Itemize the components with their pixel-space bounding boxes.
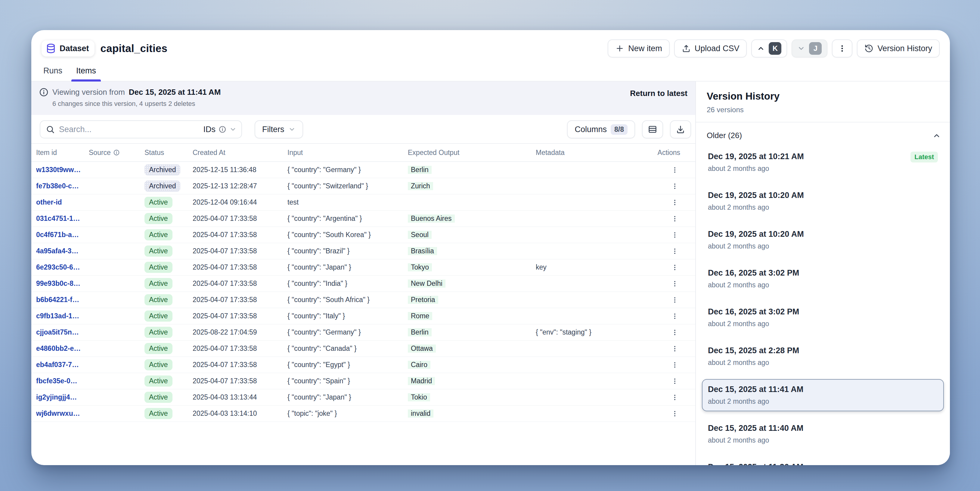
table-row[interactable]: e4860bb2-e4... Active 2025-04-07 17:33:5… (31, 340, 695, 357)
column-header-source: Source (89, 149, 145, 157)
row-actions-button[interactable] (667, 326, 682, 339)
user-k-button[interactable]: K (751, 40, 787, 57)
version-list-item[interactable]: Dec 19, 2025 at 10:21 AM about 2 months … (702, 146, 944, 178)
search-input[interactable] (59, 125, 199, 134)
row-actions-button[interactable] (667, 245, 682, 258)
item-id-link[interactable]: eb4af037-791... (36, 361, 84, 369)
item-id-link[interactable]: 0c4f671b-ac5... (36, 231, 84, 239)
input-cell: { "topic": "joke" } (288, 410, 408, 418)
version-list-item[interactable]: Dec 16, 2025 at 3:02 PM about 2 months a… (702, 263, 944, 295)
row-actions-button[interactable] (667, 375, 682, 388)
table-row[interactable]: c9fb13ad-18ff... Active 2025-04-07 17:33… (31, 308, 695, 324)
tab-items[interactable]: Items (76, 63, 97, 81)
table-row[interactable]: cjjoa5it75n3jr... Active 2025-08-22 17:0… (31, 324, 695, 340)
chevron-up-icon (757, 44, 765, 52)
item-id-link[interactable]: c9fb13ad-18ff... (36, 312, 84, 320)
table-row[interactable]: fbcfe35e-0c8... Active 2025-04-07 17:33:… (31, 373, 695, 389)
item-id-link[interactable]: 4a95afa4-3b... (36, 247, 84, 255)
item-id-link[interactable]: 99e93b0c-88... (36, 280, 84, 288)
ids-dropdown[interactable]: IDs (204, 125, 237, 134)
item-id-link[interactable]: other-id (36, 198, 84, 207)
version-list-item[interactable]: Dec 16, 2025 at 3:02 PM about 2 months a… (702, 302, 944, 334)
status-badge: Active (145, 343, 172, 354)
table-row[interactable]: 6e293c50-6b... Active 2025-04-07 17:33:5… (31, 259, 695, 276)
row-actions-button[interactable] (667, 293, 682, 307)
item-id-link[interactable]: fe7b38e0-ca4... (36, 182, 84, 190)
version-relative-time: about 2 months ago (708, 281, 938, 289)
table-row[interactable]: w1330t9ww1a... Archived 2025-12-15 11:36… (31, 162, 695, 178)
item-id-link[interactable]: cjjoa5it75n3jr... (36, 328, 84, 336)
row-actions-button[interactable] (667, 228, 682, 242)
item-id-link[interactable]: ig2yjingjj4hql... (36, 393, 84, 401)
version-date: Dec 15, 2025 at 11:40 AM (708, 424, 938, 433)
item-id-link[interactable]: b6b64221-f9... (36, 296, 84, 304)
item-id-link[interactable]: e4860bb2-e4... (36, 345, 84, 353)
table-row[interactable]: 0c4f671b-ac5... Active 2025-04-07 17:33:… (31, 227, 695, 243)
version-date: Dec 19, 2025 at 10:21 AM (708, 152, 938, 161)
table-row[interactable]: other-id Active 2025-12-04 09:16:44 test (31, 194, 695, 211)
table-row[interactable]: fe7b38e0-ca4... Archived 2025-12-13 12:2… (31, 178, 695, 194)
row-layout-button[interactable] (642, 120, 663, 138)
row-actions-button[interactable] (667, 358, 682, 372)
created-at-cell: 2025-04-07 17:33:58 (192, 280, 288, 288)
columns-button[interactable]: Columns 8/8 (567, 120, 635, 138)
version-list-item[interactable]: Dec 15, 2025 at 11:40 AM about 2 months … (702, 418, 944, 450)
version-list-item[interactable]: Dec 15, 2025 at 11:36 AM about 2 months … (702, 457, 944, 465)
user-j-button[interactable]: J (792, 40, 827, 57)
item-id-link[interactable]: fbcfe35e-0c8... (36, 377, 84, 385)
item-id-link[interactable]: 6e293c50-6b... (36, 263, 84, 272)
input-cell: { "country": "Egypt" } (288, 361, 408, 369)
version-history-button[interactable]: Version History (857, 40, 940, 57)
table-row[interactable]: 99e93b0c-88... Active 2025-04-07 17:33:5… (31, 276, 695, 292)
row-actions-button[interactable] (667, 164, 682, 176)
return-to-latest-link[interactable]: Return to latest (630, 89, 687, 98)
column-header-status: Status (145, 149, 192, 157)
input-cell: { "country": "Italy" } (288, 312, 408, 320)
version-relative-time: about 2 months ago (708, 203, 938, 211)
row-actions-button[interactable] (667, 277, 682, 290)
created-at-cell: 2025-12-15 11:36:48 (192, 166, 288, 174)
download-button[interactable] (670, 120, 691, 138)
table-row[interactable]: eb4af037-791... Active 2025-04-07 17:33:… (31, 357, 695, 373)
table-row[interactable]: wj6dwrwxu6j... Active 2025-04-03 13:14:1… (31, 405, 695, 422)
row-actions-button[interactable] (667, 212, 682, 225)
row-actions-button[interactable] (667, 261, 682, 274)
row-actions-button[interactable] (667, 391, 682, 404)
tab-runs[interactable]: Runs (43, 63, 63, 81)
created-at-cell: 2025-04-07 17:33:58 (192, 361, 288, 369)
kebab-menu-icon (671, 199, 679, 207)
new-item-button[interactable]: New item (608, 40, 670, 57)
version-list-item[interactable]: Dec 19, 2025 at 10:20 AM about 2 months … (702, 224, 944, 256)
version-list-item[interactable]: Dec 15, 2025 at 2:28 PM about 2 months a… (702, 340, 944, 372)
search-box[interactable]: IDs (40, 120, 242, 138)
upload-csv-button[interactable]: Upload CSV (674, 40, 747, 57)
columns-count-badge: 8/8 (611, 124, 628, 135)
filters-button[interactable]: Filters (255, 120, 303, 138)
item-id-link[interactable]: 031c4751-13... (36, 215, 84, 222)
history-icon (864, 44, 873, 53)
version-list-item[interactable]: Dec 15, 2025 at 11:41 AM about 2 months … (702, 379, 944, 411)
table-row[interactable]: 031c4751-13... Active 2025-04-07 17:33:5… (31, 211, 695, 227)
table-row[interactable]: b6b64221-f9... Active 2025-04-07 17:33:5… (31, 292, 695, 308)
table-row[interactable]: ig2yjingjj4hql... Active 2025-04-03 13:1… (31, 389, 695, 405)
ids-label: IDs (204, 125, 216, 134)
version-relative-time: about 2 months ago (708, 242, 938, 250)
row-actions-button[interactable] (667, 196, 682, 209)
row-actions-button[interactable] (667, 310, 682, 323)
kebab-menu-icon (671, 247, 679, 255)
status-badge: Archived (145, 181, 180, 192)
row-actions-button[interactable] (667, 342, 682, 355)
version-relative-time: about 2 months ago (708, 165, 938, 173)
latest-badge: Latest (910, 152, 938, 162)
item-id-link[interactable]: wj6dwrwxu6j... (36, 410, 84, 418)
item-id-link[interactable]: w1330t9ww1a... (36, 166, 84, 174)
dataset-pill: Dataset (41, 40, 94, 57)
older-group-toggle[interactable]: Older (26) (696, 122, 950, 143)
version-list-item[interactable]: Dec 19, 2025 at 10:20 AM about 2 months … (702, 185, 944, 217)
column-header-input: Input (288, 149, 408, 157)
more-options-button[interactable] (832, 40, 853, 57)
row-actions-button[interactable] (667, 180, 682, 193)
row-actions-button[interactable] (667, 407, 682, 420)
download-icon (676, 124, 685, 134)
table-row[interactable]: 4a95afa4-3b... Active 2025-04-07 17:33:5… (31, 243, 695, 259)
